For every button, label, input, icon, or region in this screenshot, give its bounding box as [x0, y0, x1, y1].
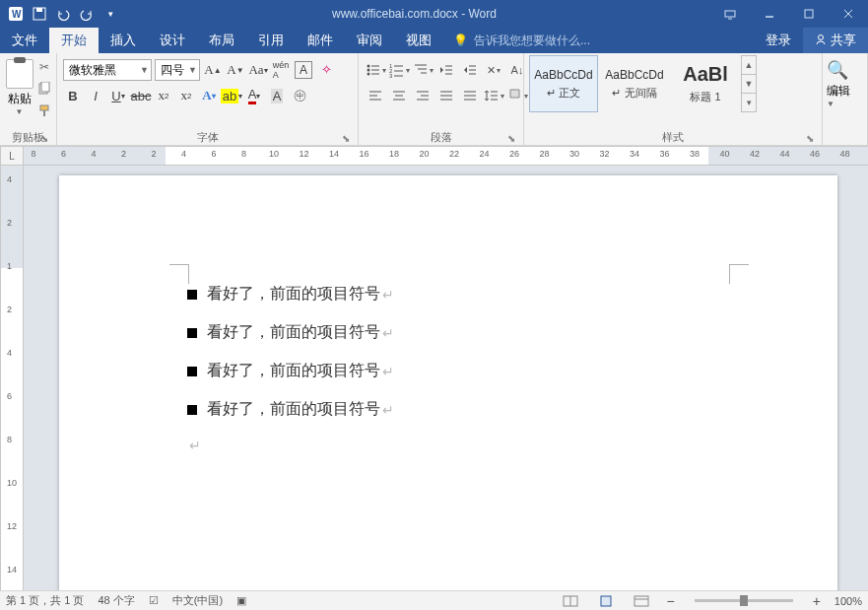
ribbon-options-icon[interactable] — [710, 0, 750, 28]
highlight-button[interactable]: ab▾ — [222, 85, 241, 106]
web-layout-button[interactable] — [631, 593, 652, 609]
find-icon[interactable]: 🔍 — [827, 59, 848, 81]
tab-home[interactable]: 开始 — [49, 28, 99, 53]
ruler-number: 14 — [329, 149, 339, 159]
horizontal-ruler[interactable]: 8642246810121416182022242628303234363840… — [24, 146, 868, 166]
scroll-arrow-icon[interactable]: ▲ — [742, 56, 756, 75]
styles-launcher-icon[interactable]: ⬊ — [804, 133, 816, 145]
login-button[interactable]: 登录 — [754, 28, 803, 53]
page-content[interactable]: 看好了，前面的项目符号↵看好了，前面的项目符号↵看好了，前面的项目符号↵看好了，… — [187, 284, 394, 453]
tab-mailings[interactable]: 邮件 — [296, 28, 345, 53]
cut-icon[interactable]: ✂ — [36, 59, 52, 75]
copy-icon[interactable] — [36, 81, 52, 97]
shrink-font-button[interactable]: A▼ — [226, 59, 245, 81]
phonetic-guide-button[interactable]: wénA — [271, 59, 291, 81]
bullet-icon — [187, 367, 197, 376]
tab-view[interactable]: 视图 — [394, 28, 443, 53]
undo-icon[interactable] — [55, 6, 71, 22]
bullets-button[interactable]: ▾ — [365, 59, 386, 81]
char-border-button[interactable]: A — [294, 59, 313, 81]
strikethrough-button[interactable]: abc — [131, 85, 151, 106]
paste-button[interactable]: 粘贴 ▼ — [4, 55, 34, 116]
text-effects-button[interactable]: A▾ — [199, 85, 219, 106]
ruler-number: 2 — [7, 218, 12, 228]
tab-references[interactable]: 引用 — [246, 28, 296, 53]
char-shading-button[interactable]: A — [267, 85, 287, 106]
line-spacing-button[interactable]: ▾ — [483, 85, 504, 106]
style-item[interactable]: AaBbCcDd↵ 正文 — [529, 55, 598, 112]
ruler-number: 24 — [479, 149, 489, 159]
format-painter-icon[interactable] — [36, 102, 52, 118]
font-color-button[interactable]: A▾ — [244, 85, 264, 106]
read-mode-button[interactable] — [560, 593, 581, 609]
print-layout-button[interactable] — [595, 593, 617, 609]
page-indicator[interactable]: 第 1 页，共 1 页 — [6, 593, 84, 608]
clear-formatting-button[interactable]: ✧ — [316, 59, 336, 81]
align-center-button[interactable] — [388, 85, 410, 106]
tab-insert[interactable]: 插入 — [99, 28, 148, 53]
language-indicator[interactable]: 中文(中国) — [172, 593, 223, 608]
vertical-ruler[interactable]: 4212468101214 — [0, 166, 24, 590]
change-case-button[interactable]: Aa▾ — [248, 59, 268, 81]
spellcheck-icon[interactable]: ☑ — [149, 594, 159, 607]
styles-scroll[interactable]: ▲▼▾ — [741, 55, 757, 112]
asian-layout-button[interactable]: ✕▾ — [483, 59, 504, 81]
superscript-button[interactable]: x2 — [176, 85, 196, 106]
chevron-down-icon: ▼ — [16, 107, 24, 116]
close-button[interactable] — [829, 0, 868, 28]
paragraph-launcher-icon[interactable]: ⬊ — [505, 133, 517, 145]
bullet-line[interactable]: 看好了，前面的项目符号↵ — [187, 322, 394, 343]
bold-button[interactable]: B — [63, 85, 83, 106]
font-size-combo[interactable]: 四号▼ — [155, 59, 200, 81]
scroll-arrow-icon[interactable]: ▾ — [742, 94, 756, 111]
zoom-level[interactable]: 100% — [835, 595, 862, 607]
align-distributed-button[interactable] — [459, 85, 481, 106]
zoom-slider[interactable] — [695, 599, 793, 602]
font-launcher-icon[interactable]: ⬊ — [340, 133, 352, 145]
align-justify-button[interactable] — [435, 85, 457, 106]
align-right-button[interactable] — [412, 85, 434, 106]
bullet-line[interactable]: 看好了，前面的项目符号↵ — [187, 361, 394, 381]
maximize-button[interactable] — [789, 0, 829, 28]
increase-indent-button[interactable] — [459, 59, 481, 81]
bullet-line[interactable]: 看好了，前面的项目符号↵ — [187, 399, 394, 420]
font-name-combo[interactable]: 微软雅黑▼ — [63, 59, 152, 81]
italic-button[interactable]: I — [86, 85, 105, 106]
decrease-indent-button[interactable] — [435, 59, 457, 81]
qat-customize-icon[interactable]: ▾ — [102, 6, 118, 22]
chevron-down-icon[interactable]: ▼ — [827, 100, 835, 108]
clipboard-launcher-icon[interactable]: ⬊ — [38, 133, 50, 145]
bullet-line[interactable]: 看好了，前面的项目符号↵ — [187, 284, 394, 305]
subscript-button[interactable]: x2 — [154, 85, 173, 106]
align-left-button[interactable] — [365, 85, 386, 106]
svg-point-16 — [367, 69, 369, 72]
zoom-in-button[interactable]: + — [813, 593, 821, 609]
tab-selector[interactable]: L — [0, 146, 24, 166]
document-scroll[interactable]: 看好了，前面的项目符号↵看好了，前面的项目符号↵看好了，前面的项目符号↵看好了，… — [24, 166, 868, 590]
save-icon[interactable] — [32, 6, 47, 22]
ruler-number: 44 — [779, 149, 789, 159]
tell-me[interactable]: 💡 告诉我您想要做什么... — [443, 28, 754, 53]
tab-file[interactable]: 文件 — [0, 28, 49, 53]
redo-icon[interactable] — [79, 6, 95, 22]
style-item[interactable]: AaBbCcDd↵ 无间隔 — [600, 55, 669, 112]
enclose-char-button[interactable]: ㊥ — [290, 85, 309, 106]
minimize-button[interactable] — [750, 0, 789, 28]
grow-font-button[interactable]: A▲ — [203, 59, 223, 81]
macro-icon[interactable]: ▣ — [236, 594, 246, 607]
tab-review[interactable]: 审阅 — [345, 28, 394, 53]
svg-point-14 — [367, 65, 369, 68]
word-count[interactable]: 48 个字 — [98, 593, 134, 608]
share-button[interactable]: 共享 — [803, 28, 868, 53]
multilevel-list-button[interactable]: ▾ — [412, 59, 434, 81]
tab-design[interactable]: 设计 — [148, 28, 197, 53]
zoom-out-button[interactable]: − — [666, 593, 674, 609]
document-area: 4212468101214 看好了，前面的项目符号↵看好了，前面的项目符号↵看好… — [0, 166, 868, 590]
tab-layout[interactable]: 布局 — [197, 28, 246, 53]
scroll-arrow-icon[interactable]: ▼ — [742, 75, 756, 94]
underline-button[interactable]: U▾ — [108, 85, 128, 106]
style-item[interactable]: AaBl标题 1 — [671, 55, 740, 112]
numbering-button[interactable]: 123▾ — [388, 59, 410, 81]
zoom-thumb[interactable] — [740, 595, 748, 606]
empty-line[interactable]: ↵ — [187, 438, 394, 453]
